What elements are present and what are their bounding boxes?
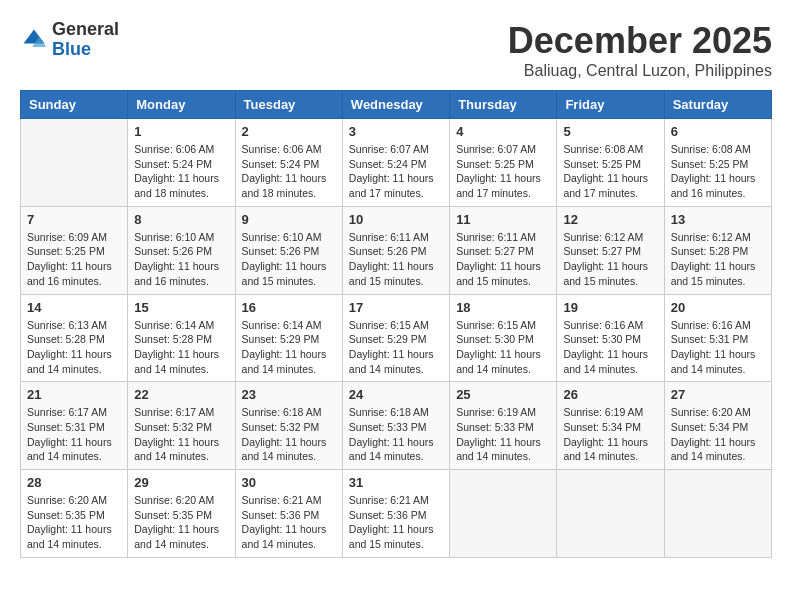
calendar-day-header: Thursday [450,91,557,119]
day-info: Sunrise: 6:09 AMSunset: 5:25 PMDaylight:… [27,230,121,289]
calendar-cell: 6Sunrise: 6:08 AMSunset: 5:25 PMDaylight… [664,119,771,207]
calendar-cell: 20Sunrise: 6:16 AMSunset: 5:31 PMDayligh… [664,294,771,382]
day-info: Sunrise: 6:19 AMSunset: 5:33 PMDaylight:… [456,405,550,464]
day-info: Sunrise: 6:06 AMSunset: 5:24 PMDaylight:… [134,142,228,201]
calendar-cell: 15Sunrise: 6:14 AMSunset: 5:28 PMDayligh… [128,294,235,382]
day-info: Sunrise: 6:15 AMSunset: 5:29 PMDaylight:… [349,318,443,377]
calendar-cell: 3Sunrise: 6:07 AMSunset: 5:24 PMDaylight… [342,119,449,207]
calendar-cell: 25Sunrise: 6:19 AMSunset: 5:33 PMDayligh… [450,382,557,470]
calendar-day-header: Monday [128,91,235,119]
day-number: 1 [134,124,228,139]
day-number: 21 [27,387,121,402]
day-info: Sunrise: 6:11 AMSunset: 5:27 PMDaylight:… [456,230,550,289]
day-number: 22 [134,387,228,402]
calendar-week-row: 28Sunrise: 6:20 AMSunset: 5:35 PMDayligh… [21,470,772,558]
day-number: 9 [242,212,336,227]
title-block: December 2025 Baliuag, Central Luzon, Ph… [508,20,772,80]
day-number: 24 [349,387,443,402]
calendar-cell: 2Sunrise: 6:06 AMSunset: 5:24 PMDaylight… [235,119,342,207]
day-info: Sunrise: 6:19 AMSunset: 5:34 PMDaylight:… [563,405,657,464]
day-info: Sunrise: 6:12 AMSunset: 5:28 PMDaylight:… [671,230,765,289]
day-info: Sunrise: 6:18 AMSunset: 5:32 PMDaylight:… [242,405,336,464]
calendar-cell: 16Sunrise: 6:14 AMSunset: 5:29 PMDayligh… [235,294,342,382]
day-info: Sunrise: 6:10 AMSunset: 5:26 PMDaylight:… [242,230,336,289]
day-info: Sunrise: 6:07 AMSunset: 5:25 PMDaylight:… [456,142,550,201]
day-number: 3 [349,124,443,139]
day-info: Sunrise: 6:13 AMSunset: 5:28 PMDaylight:… [27,318,121,377]
calendar-cell: 29Sunrise: 6:20 AMSunset: 5:35 PMDayligh… [128,470,235,558]
calendar-cell: 10Sunrise: 6:11 AMSunset: 5:26 PMDayligh… [342,206,449,294]
day-number: 18 [456,300,550,315]
calendar-cell [21,119,128,207]
calendar-cell: 13Sunrise: 6:12 AMSunset: 5:28 PMDayligh… [664,206,771,294]
day-info: Sunrise: 6:12 AMSunset: 5:27 PMDaylight:… [563,230,657,289]
calendar-cell [450,470,557,558]
location: Baliuag, Central Luzon, Philippines [508,62,772,80]
day-number: 2 [242,124,336,139]
calendar-day-header: Tuesday [235,91,342,119]
day-number: 8 [134,212,228,227]
day-info: Sunrise: 6:17 AMSunset: 5:31 PMDaylight:… [27,405,121,464]
calendar-cell: 4Sunrise: 6:07 AMSunset: 5:25 PMDaylight… [450,119,557,207]
day-info: Sunrise: 6:21 AMSunset: 5:36 PMDaylight:… [349,493,443,552]
calendar-day-header: Friday [557,91,664,119]
day-info: Sunrise: 6:16 AMSunset: 5:31 PMDaylight:… [671,318,765,377]
calendar-cell: 7Sunrise: 6:09 AMSunset: 5:25 PMDaylight… [21,206,128,294]
calendar-cell: 5Sunrise: 6:08 AMSunset: 5:25 PMDaylight… [557,119,664,207]
day-info: Sunrise: 6:20 AMSunset: 5:35 PMDaylight:… [27,493,121,552]
day-number: 28 [27,475,121,490]
calendar-week-row: 14Sunrise: 6:13 AMSunset: 5:28 PMDayligh… [21,294,772,382]
day-number: 11 [456,212,550,227]
calendar-cell: 12Sunrise: 6:12 AMSunset: 5:27 PMDayligh… [557,206,664,294]
day-info: Sunrise: 6:14 AMSunset: 5:28 PMDaylight:… [134,318,228,377]
day-info: Sunrise: 6:06 AMSunset: 5:24 PMDaylight:… [242,142,336,201]
day-number: 16 [242,300,336,315]
day-number: 5 [563,124,657,139]
day-info: Sunrise: 6:15 AMSunset: 5:30 PMDaylight:… [456,318,550,377]
calendar-week-row: 21Sunrise: 6:17 AMSunset: 5:31 PMDayligh… [21,382,772,470]
day-number: 10 [349,212,443,227]
calendar-cell: 31Sunrise: 6:21 AMSunset: 5:36 PMDayligh… [342,470,449,558]
calendar-cell: 26Sunrise: 6:19 AMSunset: 5:34 PMDayligh… [557,382,664,470]
day-number: 29 [134,475,228,490]
day-number: 13 [671,212,765,227]
day-number: 6 [671,124,765,139]
calendar-cell [664,470,771,558]
day-info: Sunrise: 6:20 AMSunset: 5:35 PMDaylight:… [134,493,228,552]
day-info: Sunrise: 6:21 AMSunset: 5:36 PMDaylight:… [242,493,336,552]
day-info: Sunrise: 6:14 AMSunset: 5:29 PMDaylight:… [242,318,336,377]
calendar-header-row: SundayMondayTuesdayWednesdayThursdayFrid… [21,91,772,119]
calendar-cell: 11Sunrise: 6:11 AMSunset: 5:27 PMDayligh… [450,206,557,294]
calendar-week-row: 1Sunrise: 6:06 AMSunset: 5:24 PMDaylight… [21,119,772,207]
day-number: 26 [563,387,657,402]
day-number: 4 [456,124,550,139]
calendar-day-header: Wednesday [342,91,449,119]
calendar-cell: 23Sunrise: 6:18 AMSunset: 5:32 PMDayligh… [235,382,342,470]
calendar-table: SundayMondayTuesdayWednesdayThursdayFrid… [20,90,772,558]
day-info: Sunrise: 6:07 AMSunset: 5:24 PMDaylight:… [349,142,443,201]
calendar-day-header: Saturday [664,91,771,119]
day-number: 7 [27,212,121,227]
day-number: 20 [671,300,765,315]
calendar-cell: 17Sunrise: 6:15 AMSunset: 5:29 PMDayligh… [342,294,449,382]
day-info: Sunrise: 6:18 AMSunset: 5:33 PMDaylight:… [349,405,443,464]
day-number: 19 [563,300,657,315]
day-info: Sunrise: 6:20 AMSunset: 5:34 PMDaylight:… [671,405,765,464]
day-info: Sunrise: 6:17 AMSunset: 5:32 PMDaylight:… [134,405,228,464]
calendar-cell: 24Sunrise: 6:18 AMSunset: 5:33 PMDayligh… [342,382,449,470]
calendar-cell: 19Sunrise: 6:16 AMSunset: 5:30 PMDayligh… [557,294,664,382]
day-info: Sunrise: 6:08 AMSunset: 5:25 PMDaylight:… [563,142,657,201]
calendar-cell: 28Sunrise: 6:20 AMSunset: 5:35 PMDayligh… [21,470,128,558]
calendar-cell: 30Sunrise: 6:21 AMSunset: 5:36 PMDayligh… [235,470,342,558]
month-title: December 2025 [508,20,772,62]
day-number: 15 [134,300,228,315]
logo: General Blue [20,20,119,60]
day-info: Sunrise: 6:16 AMSunset: 5:30 PMDaylight:… [563,318,657,377]
calendar-cell: 14Sunrise: 6:13 AMSunset: 5:28 PMDayligh… [21,294,128,382]
calendar-week-row: 7Sunrise: 6:09 AMSunset: 5:25 PMDaylight… [21,206,772,294]
day-info: Sunrise: 6:08 AMSunset: 5:25 PMDaylight:… [671,142,765,201]
day-number: 17 [349,300,443,315]
calendar-cell: 18Sunrise: 6:15 AMSunset: 5:30 PMDayligh… [450,294,557,382]
day-number: 14 [27,300,121,315]
logo-text: General Blue [52,20,119,60]
